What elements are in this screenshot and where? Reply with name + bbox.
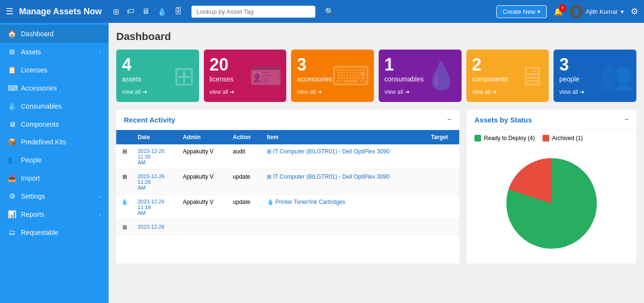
stat-card-consumables[interactable]: 1 consumables view all ➜ 💧 (379, 50, 462, 102)
sidebar-item-accessories[interactable]: ⌨ Accessories (0, 79, 109, 97)
card-bg-icon: 🪪 (249, 60, 282, 91)
row-action (228, 220, 262, 235)
kits-icon: 📦 (8, 138, 16, 146)
gear-icon[interactable]: ⚙ (631, 6, 638, 17)
row-date: 2023-12-2611:26AM (133, 170, 178, 195)
recent-activity-title: Recent Activity (124, 116, 175, 124)
search-icon[interactable]: 🔍 (325, 7, 334, 16)
pie-chart (467, 146, 636, 263)
row-target (426, 144, 459, 170)
stat-card-people[interactable]: 3 people view all ➜ 👥 (553, 50, 636, 102)
drop-icon[interactable]: 💧 (157, 7, 167, 16)
archived-dot (543, 135, 549, 141)
stat-card-components[interactable]: 2 components view all ➜ 🖥 (466, 50, 549, 102)
topnav-right: Create New ▾ 🔔 7 👤 Ajith Kumar ▾ ⚙ (496, 5, 638, 18)
chevron-left-icon: ‹ (99, 49, 101, 55)
row-target (426, 220, 459, 235)
sidebar-item-consumables[interactable]: 💧 Consumables (0, 97, 109, 115)
storage-icon[interactable]: 🗄 (174, 7, 182, 16)
table-row: ⊞ 2023-12-2611:35AM Appakutty V audit ⊞ … (116, 144, 459, 170)
panel-header-recent: Recent Activity − (116, 110, 459, 130)
sidebar-label: Licenses (21, 66, 101, 74)
recent-activity-panel: Recent Activity − Date Admin Action Item (116, 110, 459, 263)
avatar: 👤 (570, 5, 583, 18)
row-type-icon: ⊞ (116, 170, 133, 195)
page-title: Dashboard (116, 30, 636, 43)
people-icon: 👥 (8, 156, 16, 164)
sidebar-label: Assets (21, 48, 94, 56)
assets-icon: ⊞ (8, 48, 16, 56)
row-admin: Appakutty V (178, 170, 228, 195)
row-action: audit (228, 144, 262, 170)
activity-table: Date Admin Action Item Target ⊞ 2023-12-… (116, 130, 459, 235)
tag-icon[interactable]: 🏷 (127, 7, 134, 16)
legend-ready: Ready to Deploy (4) (474, 135, 535, 141)
table-row: ⊞ 2023-12-2611:26AM Appakutty V update ⊞… (116, 170, 459, 195)
sidebar-item-dashboard[interactable]: 🏠 Dashboard (0, 25, 109, 43)
row-action: update (228, 170, 262, 195)
row-item (262, 220, 426, 235)
components-icon: 🖥 (8, 120, 16, 128)
collapse-icon[interactable]: − (447, 115, 452, 124)
row-type-icon: ⊞ (116, 144, 133, 170)
chevron-icon: ‹ (99, 212, 101, 217)
row-date: 2023-12-2611:19AM (133, 195, 178, 220)
top-navbar: ☰ Manage Assets Now ⊞ 🏷 🖥 💧 🗄 🔍 Create N… (0, 0, 644, 23)
user-menu[interactable]: 👤 Ajith Kumar ▾ (570, 5, 624, 18)
table-row: ⊞ 2023-12-26 (116, 220, 459, 235)
col-admin: Admin (178, 130, 228, 144)
sidebar-item-components[interactable]: 🖥 Components (0, 115, 109, 133)
asset-tag-search[interactable] (191, 6, 315, 18)
sidebar-item-reports[interactable]: 📊 Reports ‹ (0, 205, 109, 223)
user-name: Ajith Kumar (586, 8, 618, 15)
bottom-panels: Recent Activity − Date Admin Action Item (116, 110, 636, 263)
chevron-icon: ‹ (99, 193, 101, 199)
sidebar-label: Settings (21, 192, 94, 200)
activity-table-wrapper[interactable]: Date Admin Action Item Target ⊞ 2023-12-… (116, 130, 459, 235)
row-type-icon: 💧 (116, 195, 133, 220)
import-icon: 📥 (8, 174, 16, 182)
row-item[interactable]: ⊞ IT Computer (BILGTR01) - Dell OptiPlex… (262, 170, 426, 195)
screen-icon[interactable]: 🖥 (142, 7, 150, 16)
pie-legend: Ready to Deploy (4) Archived (1) (467, 130, 636, 146)
row-item[interactable]: ⊞ IT Computer (BILGTR01) - Dell OptiPlex… (262, 144, 426, 170)
card-bg-icon: ⌨ (332, 61, 370, 91)
stat-card-assets[interactable]: 4 assets view all ➜ ⊞ (116, 50, 199, 102)
hamburger-icon[interactable]: ☰ (6, 6, 13, 17)
notification-badge: 7 (559, 4, 566, 12)
search-input[interactable] (191, 6, 315, 18)
stat-card-accessories[interactable]: 3 accessories view all ➜ ⌨ (291, 50, 374, 102)
card-bg-icon: 💧 (424, 60, 458, 91)
stat-cards-row: 4 assets view all ➜ ⊞ 20 licenses view a… (116, 50, 636, 102)
stat-card-licenses[interactable]: 20 licenses view all ➜ 🪪 (204, 50, 287, 102)
collapse-icon[interactable]: − (624, 115, 629, 124)
sidebar-label: Components (21, 121, 101, 128)
col-item: Item (262, 130, 426, 144)
ready-dot (474, 135, 481, 141)
panel-header-status: Assets by Status − (467, 110, 636, 130)
row-action: update (228, 195, 262, 220)
col-date: Date (133, 130, 178, 144)
sidebar-item-requestable[interactable]: 🗂 Requestable (0, 223, 109, 241)
reports-icon: 📊 (8, 210, 16, 219)
col-action: Action (228, 130, 262, 144)
sidebar-label: Reports (21, 211, 94, 218)
sidebar-item-people[interactable]: 👥 People (0, 151, 109, 169)
grid-icon[interactable]: ⊞ (113, 7, 119, 16)
sidebar-item-assets[interactable]: ⊞ Assets ‹ (0, 43, 109, 61)
app-title: Manage Assets Now (19, 7, 101, 17)
row-admin: Appakutty V (178, 144, 228, 170)
sidebar-item-licenses[interactable]: 📋 Licenses (0, 61, 109, 79)
sidebar-item-settings[interactable]: ⚙ Settings ‹ (0, 187, 109, 205)
row-item[interactable]: 💧 Printer Toner/Ink Cartridges (262, 195, 426, 220)
sidebar-item-import[interactable]: 📥 Import (0, 169, 109, 187)
main-content: Dashboard 4 assets view all ➜ ⊞ 20 licen… (109, 23, 644, 303)
sidebar-item-predefined-kits[interactable]: 📦 Predefined Kits (0, 133, 109, 151)
card-bg-icon: 🖥 (518, 61, 545, 91)
notifications-bell[interactable]: 🔔 7 (553, 7, 563, 16)
row-target (426, 195, 459, 220)
row-target (426, 170, 459, 195)
settings-icon: ⚙ (8, 192, 16, 201)
create-new-button[interactable]: Create New ▾ (496, 5, 547, 18)
user-chevron-icon: ▾ (621, 8, 624, 15)
